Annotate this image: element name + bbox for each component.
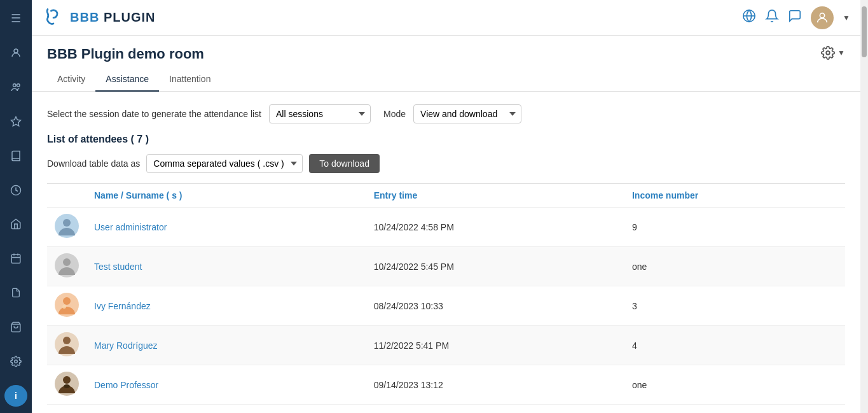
sidebar-item-bag[interactable] bbox=[4, 316, 27, 338]
row-name-link[interactable]: Test student bbox=[94, 262, 142, 272]
col-entry-time: Entry time bbox=[366, 184, 624, 207]
session-row: Select the session date to generate the … bbox=[47, 104, 845, 123]
table-row: User administrator 10/24/2022 4:58 PM 9 bbox=[47, 207, 845, 247]
row-entry-time: 10/24/2022 5:45 PM bbox=[366, 247, 624, 286]
tab-activity[interactable]: Activity bbox=[47, 67, 95, 92]
download-row: Download table data as Comma separated v… bbox=[47, 154, 845, 173]
svg-rect-5 bbox=[11, 255, 20, 263]
globe-icon[interactable] bbox=[742, 9, 756, 26]
user-avatar[interactable] bbox=[811, 6, 834, 29]
svg-point-2 bbox=[17, 84, 20, 87]
download-format-select[interactable]: Comma separated values ( .csv ) bbox=[146, 154, 303, 173]
tab-inattention[interactable]: Inattention bbox=[159, 67, 221, 92]
col-income-number: Income number bbox=[624, 184, 845, 207]
svg-point-16 bbox=[63, 219, 71, 227]
table-body: User administrator 10/24/2022 4:58 PM 9 … bbox=[47, 207, 845, 405]
row-entry-time: 11/2/2022 5:41 PM bbox=[366, 326, 624, 365]
mode-select[interactable]: View and download bbox=[413, 104, 521, 123]
row-entry-time: 09/14/2023 13:12 bbox=[366, 365, 624, 405]
svg-point-23 bbox=[63, 337, 71, 344]
svg-point-1 bbox=[13, 84, 17, 87]
session-label: Select the session date to generate the … bbox=[47, 109, 261, 119]
sidebar-item-file[interactable] bbox=[4, 282, 27, 304]
row-name: Test student bbox=[86, 247, 366, 286]
table-row: Ivy Fernández 08/24/2023 10:33 3 bbox=[47, 286, 845, 326]
svg-point-21 bbox=[62, 305, 66, 309]
sidebar-item-star[interactable] bbox=[4, 111, 27, 132]
sidebar-item-info[interactable]: i bbox=[4, 385, 27, 407]
main-content: Select the session date to generate the … bbox=[32, 92, 860, 413]
mode-label: Mode bbox=[383, 109, 406, 119]
col-name: Name / Surname ( s ) bbox=[86, 184, 366, 207]
table-header-row: Name / Surname ( s ) Entry time Income n… bbox=[47, 184, 845, 207]
sidebar: ☰ i bbox=[0, 0, 32, 413]
row-avatar bbox=[47, 247, 86, 286]
page-scrollbar[interactable] bbox=[860, 0, 868, 413]
row-entry-time: 10/24/2022 4:58 PM bbox=[366, 207, 624, 247]
sidebar-item-clock[interactable] bbox=[4, 179, 27, 201]
page-title: BBB Plugin demo room bbox=[47, 46, 204, 62]
row-income-number: 9 bbox=[624, 207, 845, 247]
download-button[interactable]: To download bbox=[309, 154, 380, 173]
session-select[interactable]: All sessions bbox=[269, 104, 371, 123]
chat-icon[interactable] bbox=[788, 9, 802, 26]
svg-marker-3 bbox=[11, 116, 21, 125]
logo-plugin: PLUGIN bbox=[104, 10, 156, 24]
table-row: Demo Professor 09/14/2023 13:12 one bbox=[47, 365, 845, 405]
row-avatar bbox=[47, 286, 86, 326]
svg-point-0 bbox=[14, 49, 18, 53]
sidebar-menu-icon[interactable]: ☰ bbox=[4, 8, 27, 29]
row-avatar bbox=[47, 365, 86, 405]
col-avatar bbox=[47, 184, 86, 207]
sidebar-item-settings[interactable] bbox=[4, 351, 27, 372]
col-income-link[interactable]: Income number bbox=[632, 190, 698, 200]
sidebar-item-calendar[interactable] bbox=[4, 248, 27, 269]
table-row: Test student 10/24/2022 5:45 PM one bbox=[47, 247, 845, 286]
attendees-table: Name / Surname ( s ) Entry time Income n… bbox=[47, 183, 845, 405]
logo-text: BBB PLUGIN bbox=[70, 10, 155, 25]
svg-point-20 bbox=[63, 297, 71, 305]
row-name-link[interactable]: Demo Professor bbox=[94, 380, 158, 390]
sidebar-item-home[interactable] bbox=[4, 214, 27, 235]
row-avatar bbox=[47, 326, 86, 365]
row-entry-time: 08/24/2023 10:33 bbox=[366, 286, 624, 326]
gear-chevron: ▼ bbox=[837, 48, 845, 57]
attendees-heading: List of attendees ( 7 ) bbox=[47, 134, 845, 145]
avatar-chevron[interactable]: ▼ bbox=[843, 13, 850, 22]
row-income-number: one bbox=[624, 365, 845, 405]
svg-point-18 bbox=[63, 258, 71, 266]
main-area: BBB PLUGIN ▼ BBB Plugin demo room bbox=[32, 0, 860, 413]
svg-point-13 bbox=[820, 13, 824, 17]
col-name-link[interactable]: Name / Surname ( s ) bbox=[94, 190, 183, 200]
bell-icon[interactable] bbox=[765, 9, 779, 26]
row-name: Ivy Fernández bbox=[86, 286, 366, 326]
row-name: Demo Professor bbox=[86, 365, 366, 405]
gear-button[interactable]: ▼ bbox=[821, 46, 845, 60]
download-label: Download table data as bbox=[47, 158, 140, 169]
sidebar-item-person[interactable] bbox=[4, 42, 27, 64]
table-row: Mary Rodríguez 11/2/2022 5:41 PM 4 bbox=[47, 326, 845, 365]
svg-point-10 bbox=[15, 360, 18, 363]
top-header: BBB PLUGIN ▼ bbox=[32, 0, 860, 36]
logo-area: BBB PLUGIN bbox=[42, 6, 742, 29]
svg-point-25 bbox=[63, 376, 71, 384]
row-name: Mary Rodríguez bbox=[86, 326, 366, 365]
svg-point-26 bbox=[64, 384, 70, 388]
row-avatar bbox=[47, 207, 86, 247]
row-name-link[interactable]: Ivy Fernández bbox=[94, 301, 151, 311]
content-area: BBB Plugin demo room ▼ Activity Assistan… bbox=[32, 36, 860, 413]
col-entry-link[interactable]: Entry time bbox=[374, 190, 417, 200]
tabs-bar: Activity Assistance Inattention bbox=[32, 67, 860, 92]
sidebar-item-group[interactable] bbox=[4, 76, 27, 98]
logo-icon bbox=[42, 6, 65, 29]
row-income-number: 4 bbox=[624, 326, 845, 365]
tab-assistance[interactable]: Assistance bbox=[95, 67, 159, 92]
scrollbar-thumb bbox=[862, 6, 867, 57]
row-name: User administrator bbox=[86, 207, 366, 247]
sidebar-item-book[interactable] bbox=[4, 145, 27, 167]
row-name-link[interactable]: Mary Rodríguez bbox=[94, 340, 158, 351]
header-actions: ▼ bbox=[742, 6, 850, 29]
logo-bbb: BBB bbox=[70, 10, 99, 24]
row-name-link[interactable]: User administrator bbox=[94, 222, 167, 232]
svg-point-14 bbox=[826, 51, 830, 55]
